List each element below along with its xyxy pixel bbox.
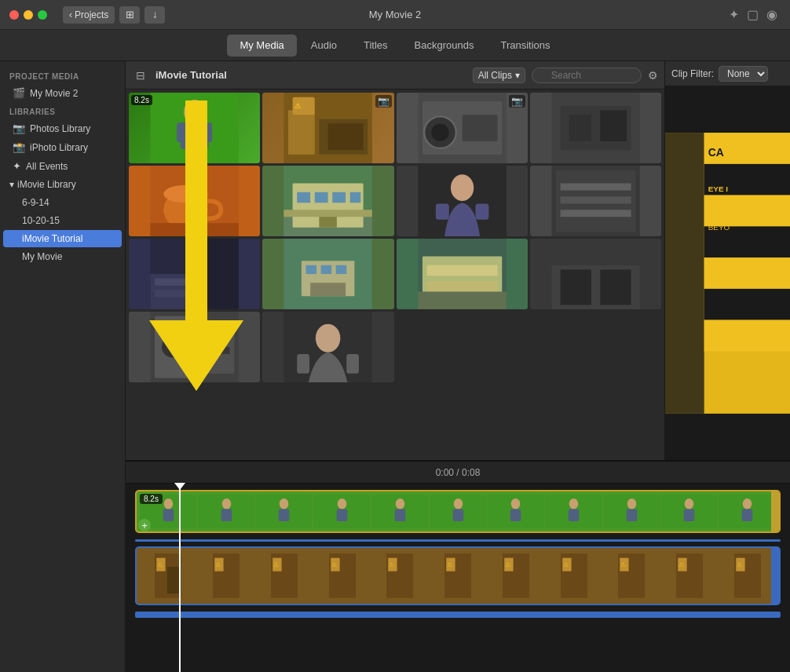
- media-thumb-4[interactable]: [530, 93, 661, 163]
- media-thumb-7[interactable]: [397, 166, 528, 236]
- my-movie-label: My Movie: [22, 251, 62, 262]
- sidebar-item-6-9-14[interactable]: 6-9-14: [3, 194, 122, 211]
- clip-filter-select[interactable]: None: [719, 66, 768, 82]
- minimize-button[interactable]: [24, 10, 33, 20]
- wand-icon[interactable]: ✦: [729, 7, 739, 22]
- media-thumb-12[interactable]: [530, 239, 661, 309]
- sidebar-item-my-movie[interactable]: My Movie: [3, 248, 122, 265]
- traffic-lights: [0, 10, 47, 20]
- grid-toggle-button[interactable]: ⊟: [132, 68, 149, 83]
- dropdown-chevron-icon: ▾: [515, 70, 520, 81]
- frame-8: [545, 495, 602, 528]
- svg-point-89: [221, 499, 231, 509]
- media-thumb-3[interactable]: 📷: [397, 93, 528, 163]
- warehouse-frame-11: ⚠: [719, 551, 776, 601]
- frame-11: [719, 495, 776, 528]
- media-thumb-11[interactable]: [397, 239, 528, 309]
- fullscreen-button[interactable]: [38, 10, 47, 20]
- svg-point-105: [685, 499, 694, 509]
- media-thumb-8[interactable]: [530, 166, 661, 236]
- toolbar: My Media Audio Titles Backgrounds Transi…: [0, 30, 790, 61]
- sidebar-item-imovie-tutorial[interactable]: iMovie Tutorial: [3, 230, 122, 247]
- tab-transitions-label: Transitions: [500, 39, 550, 51]
- upper-section: ⊟ iMovie Tutorial All Clips ▾ 🔍 ⚙: [126, 61, 790, 460]
- frame-2: [198, 495, 255, 528]
- svg-rect-6: [288, 111, 315, 155]
- svg-text:⚠: ⚠: [273, 561, 279, 568]
- download-button[interactable]: ↓: [144, 6, 165, 24]
- svg-point-107: [743, 499, 752, 509]
- tab-my-media[interactable]: My Media: [227, 35, 296, 57]
- media-thumb-10[interactable]: [262, 239, 393, 309]
- clips-filter-label: All Clips: [478, 70, 512, 81]
- imovie-library-group[interactable]: ▾ iMovie Library: [0, 176, 125, 193]
- settings-button[interactable]: ⚙: [648, 69, 658, 82]
- timeline-selection-bar: [135, 612, 781, 618]
- date-label-1: 6-9-14: [22, 197, 49, 208]
- media-thumb-13[interactable]: [129, 312, 260, 382]
- grid-icon: ⊞: [126, 9, 134, 20]
- collapse-icon: ▾: [9, 179, 14, 190]
- warehouse-frame-8: ⚠: [545, 551, 602, 601]
- svg-rect-51: [336, 265, 347, 274]
- sidebar-item-my-movie-2[interactable]: 🎬 My Movie 2: [3, 84, 122, 102]
- svg-rect-55: [426, 265, 497, 276]
- right-panel-preview: CA EYE I R BEYO: [665, 86, 790, 460]
- svg-rect-28: [315, 192, 328, 203]
- add-clip-button[interactable]: +: [138, 519, 151, 531]
- svg-point-99: [511, 499, 521, 509]
- svg-rect-29: [333, 192, 346, 203]
- media-thumb-6[interactable]: [262, 166, 393, 236]
- app-wrapper: ‹ Projects ⊞ ↓ My Movie 2 ✦ ▢ ◉ My Media…: [0, 0, 790, 672]
- tab-audio[interactable]: Audio: [298, 35, 349, 57]
- svg-rect-102: [569, 509, 580, 521]
- frame-6: [430, 495, 487, 528]
- clips-filter-dropdown[interactable]: All Clips ▾: [473, 68, 525, 83]
- svg-point-14: [431, 123, 449, 141]
- sidebar-item-all-events[interactable]: ✦ All Events: [3, 157, 122, 175]
- main-clip-right-handle[interactable]: [771, 491, 779, 531]
- svg-rect-106: [684, 509, 695, 521]
- media-thumb-5[interactable]: [129, 166, 260, 236]
- sidebar-item-photos-library[interactable]: 📷 Photos Library: [3, 119, 122, 137]
- titlebar-nav: ‹ Projects ⊞ ↓: [63, 6, 165, 24]
- sidebar: PROJECT MEDIA 🎬 My Movie 2 LIBRARIES 📷 P…: [0, 61, 126, 672]
- svg-point-66: [162, 337, 183, 358]
- iphoto-library-label: iPhoto Library: [30, 142, 88, 153]
- secondary-clip[interactable]: ⚠ ⚠: [135, 546, 781, 605]
- clip-filter-bar: Clip Filter: None: [665, 61, 790, 86]
- svg-rect-104: [626, 509, 637, 521]
- media-thumb-14[interactable]: [262, 312, 393, 382]
- svg-point-97: [453, 499, 463, 509]
- warehouse-frame-2: ⚠: [198, 551, 255, 601]
- frame-icon[interactable]: ▢: [747, 7, 759, 22]
- svg-rect-61: [600, 269, 631, 305]
- media-thumb-1[interactable]: 8.2s: [129, 93, 260, 163]
- back-chevron-icon: ‹: [69, 9, 72, 20]
- media-thumb-2[interactable]: ⚠ 📷: [262, 93, 393, 163]
- svg-rect-75: [665, 133, 704, 414]
- svg-point-95: [396, 499, 405, 509]
- svg-rect-96: [395, 509, 406, 521]
- tab-transitions[interactable]: Transitions: [488, 35, 562, 57]
- film-icon: 🎬: [13, 87, 25, 99]
- left-panel: ⊟ iMovie Tutorial All Clips ▾ 🔍 ⚙: [126, 61, 790, 672]
- close-button[interactable]: [9, 10, 19, 20]
- svg-rect-18: [569, 115, 591, 141]
- window-title: My Movie 2: [369, 9, 421, 20]
- clip-filter-label: Clip Filter:: [671, 68, 714, 79]
- back-projects-button[interactable]: ‹ Projects: [63, 6, 115, 24]
- sidebar-item-10-20-15[interactable]: 10-20-15: [3, 212, 122, 229]
- search-input[interactable]: [532, 68, 642, 83]
- svg-rect-46: [155, 290, 199, 297]
- photos-icon: 📷: [13, 122, 25, 134]
- secondary-clip-right-handle[interactable]: [771, 548, 779, 604]
- tab-titles[interactable]: Titles: [351, 35, 400, 57]
- sidebar-item-iphoto-library[interactable]: 📸 iPhoto Library: [3, 138, 122, 156]
- main-clip[interactable]: 8.2s: [135, 490, 781, 533]
- media-thumb-9[interactable]: [129, 239, 260, 309]
- grid-view-button[interactable]: ⊞: [119, 6, 140, 24]
- tab-backgrounds[interactable]: Backgrounds: [402, 35, 487, 57]
- svg-rect-90: [221, 509, 232, 521]
- eye-icon[interactable]: ◉: [766, 7, 777, 22]
